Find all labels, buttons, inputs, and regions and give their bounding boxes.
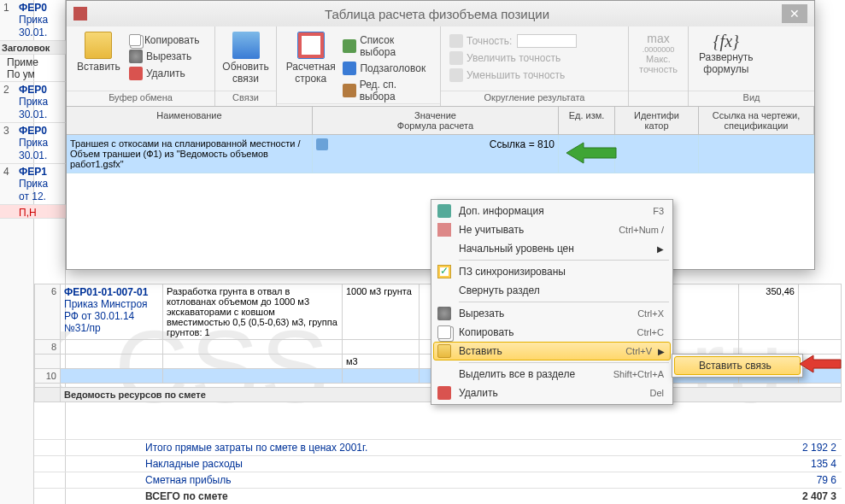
group-label-clipboard: Буфер обмена xyxy=(67,91,214,106)
cut-icon xyxy=(437,307,451,320)
paste-icon xyxy=(437,344,451,358)
value: 350,46 xyxy=(739,284,799,340)
left-cells: 1ФЕР0Прика30.01. Заголовок ПримеПо ум 2Ф… xyxy=(0,0,66,219)
work-name: Разработка грунта в отвал в котлованах о… xyxy=(163,284,343,340)
fx-icon: {fx} xyxy=(713,32,739,51)
row-num: 6 xyxy=(35,284,61,340)
group-label-links: Связи xyxy=(215,91,276,106)
ctx-collapse[interactable]: Свернуть раздел xyxy=(433,281,671,300)
delete-icon xyxy=(437,386,451,400)
link-icon xyxy=(316,138,328,150)
group-label-precision xyxy=(629,91,688,106)
red-arrow-annotation xyxy=(800,354,842,374)
max-precision-button: max .0000000 Макс. точность xyxy=(634,30,683,76)
precision-field: Точность: xyxy=(446,33,623,49)
dialog-title: Таблица расчета физобъема позиции xyxy=(92,7,782,21)
unit: 1000 м3 грунта xyxy=(343,284,420,340)
ctx-cut[interactable]: ВырезатьCtrl+X xyxy=(433,304,671,323)
col-unit: Ед. изм. xyxy=(559,107,615,134)
dialog-titlebar[interactable]: Таблица расчета физобъема позиции ✕ xyxy=(67,1,814,26)
green-arrow-annotation xyxy=(566,141,618,165)
ctx-info[interactable]: Доп. информацияF3 xyxy=(433,202,671,220)
ctx-exclude[interactable]: Не учитыватьCtrl+Num / xyxy=(433,220,671,239)
cut-button[interactable]: Вырезать xyxy=(126,49,203,64)
code-link[interactable]: ФЕР01-01-007-01 xyxy=(64,286,148,298)
ctx-paste-link[interactable]: Вставить связь xyxy=(674,356,801,375)
ctx-delete[interactable]: УдалитьDel xyxy=(433,384,671,402)
subheader-button[interactable]: Подзаголовок xyxy=(339,61,435,76)
header-label: Заголовок xyxy=(0,41,66,55)
col-name: Наименование xyxy=(67,107,313,134)
paste-button[interactable]: Вставить xyxy=(72,30,126,74)
col-ref: Ссылка на чертежи, спецификации xyxy=(699,107,814,134)
delete-button[interactable]: Удалить xyxy=(126,66,203,81)
ctx-sync[interactable]: ✓ПЗ синхронизированы xyxy=(433,262,671,281)
svg-marker-1 xyxy=(800,355,841,372)
close-button[interactable]: ✕ xyxy=(782,4,807,23)
ctx-paste[interactable]: ВставитьCtrl+V▶ xyxy=(433,342,671,360)
refresh-links-button[interactable]: Обновить связи xyxy=(220,30,271,86)
grid-row-selected[interactable]: Траншея с откосами на спланированной мес… xyxy=(67,135,814,173)
context-menu[interactable]: Доп. информацияF3 Не учитыватьCtrl+Num /… xyxy=(431,199,673,405)
totals: Итого прямые затраты по смете в ценах 20… xyxy=(34,439,842,504)
svg-marker-0 xyxy=(566,143,616,163)
row-name: Траншея с откосами на спланированной мес… xyxy=(67,135,313,173)
dec-precision-button: Уменьшить точность xyxy=(446,67,623,83)
col-value: Значение Формула расчета xyxy=(313,107,559,134)
expand-formulas-button[interactable]: {fx} Развернуть формулы xyxy=(694,30,759,77)
group-label-rounding: Округление результата xyxy=(441,91,628,106)
row-value: Ссылка = 810 xyxy=(313,135,559,173)
inc-precision-button: Увеличить точность xyxy=(446,50,623,66)
calc-row-button[interactable]: Расчетная строка xyxy=(282,30,339,86)
list-select-button[interactable]: Список выбора xyxy=(339,33,435,59)
grid-header: Наименование Значение Формула расчета Ед… xyxy=(67,107,814,135)
edit-list-button[interactable]: Ред. сп. выбора xyxy=(339,78,435,103)
ctx-select-all[interactable]: Выделить все в разделеShift+Ctrl+A xyxy=(433,365,671,384)
copy-button[interactable]: Копировать xyxy=(126,33,203,47)
ctx-copy[interactable]: КопироватьCtrl+C xyxy=(433,323,671,342)
ribbon: Вставить Копировать Вырезать Удалить Буф… xyxy=(67,26,814,107)
copy-icon xyxy=(437,325,451,339)
col-id: Идентифи катор xyxy=(615,107,699,134)
ctx-price-level[interactable]: Начальный уровень цен▶ xyxy=(433,239,671,258)
context-submenu[interactable]: Вставить связь xyxy=(672,354,803,378)
group-label-view: Вид xyxy=(689,91,814,106)
app-icon xyxy=(73,7,87,21)
